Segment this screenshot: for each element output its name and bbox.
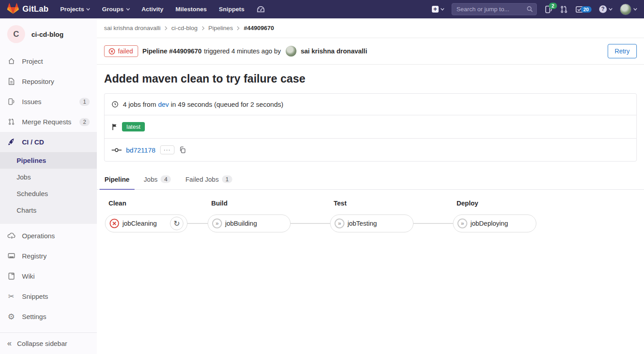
performance-dashboard-icon[interactable] <box>257 5 265 13</box>
pipeline-status-row: failed Pipeline #44909670 triggered 4 mi… <box>97 38 644 65</box>
project-name: ci-cd-blog <box>31 31 64 38</box>
project-header[interactable]: C ci-cd-blog <box>0 18 97 51</box>
tab-pipeline[interactable]: Pipeline <box>100 173 135 189</box>
job-name: jobTesting <box>348 220 377 227</box>
sidebar-subitem-jobs[interactable]: Jobs <box>0 169 97 185</box>
job-pill-jobtesting[interactable]: » jobTesting <box>330 214 413 232</box>
commit-title: Added maven clean to try failure case <box>104 72 637 85</box>
clock-icon <box>112 101 118 108</box>
issues-icon <box>7 98 15 105</box>
sidebar-subitem-schedules[interactable]: Schedules <box>0 185 97 202</box>
tab-failed-jobs[interactable]: Failed Jobs 1 <box>180 173 237 189</box>
skipped-status-icon: » <box>335 219 344 228</box>
commit-description-toggle[interactable]: ··· <box>160 145 174 154</box>
user-avatar <box>620 4 631 15</box>
issues-count: 1 <box>79 98 90 106</box>
commit-icon <box>112 147 122 153</box>
nav-groups[interactable]: Groups <box>102 6 129 13</box>
main-menu: Projects Groups Activity Milestones Snip… <box>60 5 265 13</box>
help-menu-button[interactable]: ? <box>599 5 612 13</box>
sidebar-item-label: Project <box>22 57 43 65</box>
breadcrumb-pipelines[interactable]: Pipelines <box>209 25 233 31</box>
sidebar-item-repository[interactable]: Repository <box>0 71 97 92</box>
breadcrumb-user[interactable]: sai krishna dronavalli <box>104 25 161 31</box>
merge-requests-shortcut-button[interactable] <box>560 5 568 13</box>
pipeline-graph: Clean jobCleaning ↻ Build » jobBuilding … <box>97 190 644 259</box>
chevron-down-icon <box>440 8 444 11</box>
project-sidebar: C ci-cd-blog Project Repository Issues 1… <box>0 18 97 354</box>
stage-title: Deploy <box>453 200 536 207</box>
sidebar-item-snippets[interactable]: ✂ Snippets <box>0 286 97 306</box>
gitlab-logo[interactable]: GitLab <box>7 3 48 16</box>
nav-projects[interactable]: Projects <box>60 6 90 13</box>
jobs-summary-row: 4 jobs from dev in 49 seconds (queued fo… <box>104 94 636 115</box>
latest-row: latest <box>104 115 636 138</box>
user-menu-button[interactable] <box>620 4 637 15</box>
new-menu-button[interactable]: + <box>432 6 444 13</box>
breadcrumb-project[interactable]: ci-cd-blog <box>171 25 198 31</box>
flag-icon <box>112 123 117 131</box>
sidebar-item-operations[interactable]: Operations <box>0 226 97 246</box>
main-content: sai krishna dronavalli ci-cd-blog Pipeli… <box>97 18 644 259</box>
breadcrumb: sai krishna dronavalli ci-cd-blog Pipeli… <box>97 18 644 38</box>
sidebar-item-issues[interactable]: Issues 1 <box>0 92 97 112</box>
sidebar-subitem-pipelines[interactable]: Pipelines <box>0 152 97 169</box>
skipped-status-icon: » <box>457 219 467 228</box>
book-icon <box>7 272 15 280</box>
pipeline-summary-box: 4 jobs from dev in 49 seconds (queued fo… <box>104 93 637 162</box>
chevron-down-icon <box>633 8 637 11</box>
stage-title: Build <box>208 200 291 207</box>
sidebar-item-label: Merge Requests <box>22 118 71 126</box>
issues-shortcut-button[interactable]: 2 <box>544 5 553 13</box>
sidebar-item-project[interactable]: Project <box>0 51 97 71</box>
document-icon <box>7 78 15 85</box>
job-pill-jobdeploying[interactable]: » jobDeploying <box>453 214 536 232</box>
merge-requests-count: 2 <box>79 118 90 126</box>
search-input[interactable] <box>452 3 537 15</box>
author-avatar[interactable] <box>286 46 296 57</box>
stage-build: Build » jobBuilding <box>208 200 291 232</box>
commit-sha-link[interactable]: bd721178 <box>126 146 156 154</box>
nav-snippets[interactable]: Snippets <box>219 6 244 13</box>
sidebar-item-merge-requests[interactable]: Merge Requests 2 <box>0 112 97 132</box>
chevron-right-icon <box>202 26 205 31</box>
jobs-summary-text: 4 jobs from dev in 49 seconds (queued fo… <box>123 101 283 108</box>
help-icon: ? <box>599 5 607 13</box>
sidebar-item-registry[interactable]: Registry <box>0 246 97 266</box>
sidebar-item-ci-cd[interactable]: CI / CD <box>0 132 97 152</box>
gear-icon: ⚙ <box>7 312 15 322</box>
failed-circle-x-icon <box>109 48 115 55</box>
todos-button[interactable]: 20 <box>575 5 592 13</box>
branch-link[interactable]: dev <box>158 101 169 108</box>
chevron-right-icon <box>165 26 167 31</box>
merge-request-icon <box>7 118 15 126</box>
stage-deploy: Deploy » jobDeploying <box>453 200 536 232</box>
retry-pipeline-button[interactable]: Retry <box>608 44 637 58</box>
stage-test: Test » jobTesting <box>330 200 413 232</box>
tab-jobs[interactable]: Jobs 4 <box>139 173 176 189</box>
job-pill-jobcleaning[interactable]: jobCleaning ↻ <box>105 214 187 232</box>
sidebar-item-label: Issues <box>22 98 41 105</box>
sidebar-item-label: Snippets <box>22 293 48 300</box>
sidebar-item-label: CI / CD <box>22 138 44 146</box>
job-pill-jobbuilding[interactable]: » jobBuilding <box>208 214 291 232</box>
sidebar-subitem-charts[interactable]: Charts <box>0 202 97 219</box>
status-label: failed <box>118 48 133 55</box>
stage-title: Test <box>330 200 413 207</box>
retry-job-button[interactable]: ↻ <box>170 217 183 230</box>
latest-badge: latest <box>122 122 145 131</box>
sidebar-item-label: Repository <box>22 78 54 85</box>
collapse-sidebar-button[interactable]: « Collapse sidebar <box>0 332 97 354</box>
failed-status-icon <box>109 219 119 228</box>
global-search <box>452 3 537 15</box>
pipeline-trigger-text: Pipeline #44909670 triggered 4 minutes a… <box>142 46 367 57</box>
author-name[interactable]: sai krishna dronavalli <box>300 48 367 55</box>
pipeline-status-badge[interactable]: failed <box>104 45 138 57</box>
nav-milestones[interactable]: Milestones <box>175 6 207 13</box>
nav-activity[interactable]: Activity <box>142 6 164 13</box>
copy-commit-sha-icon[interactable] <box>179 146 186 153</box>
double-chevron-left-icon: « <box>7 339 12 348</box>
sidebar-item-settings[interactable]: ⚙ Settings <box>0 306 97 327</box>
rocket-icon <box>7 138 15 146</box>
sidebar-item-wiki[interactable]: Wiki <box>0 266 97 286</box>
